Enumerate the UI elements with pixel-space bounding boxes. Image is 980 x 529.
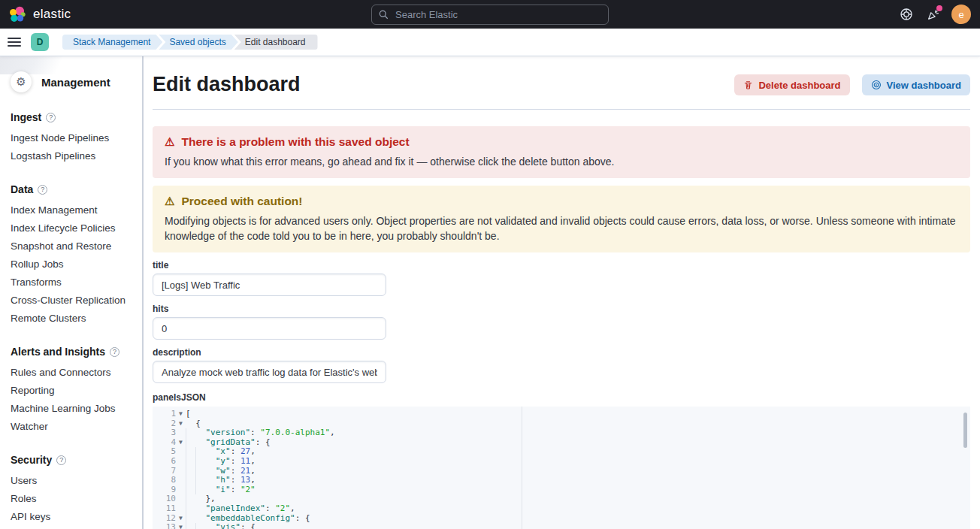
page-title: Edit dashboard [153,71,301,97]
sidebar-section-title: Ingest? [11,111,142,123]
elastic-logo-icon [9,6,26,23]
field-label-panelsjson: panelsJSON [153,392,970,403]
fold-arrow-icon[interactable]: ▼ [176,514,186,524]
error-callout-body: If you know what this error means, go ah… [165,154,958,169]
indent-guide [195,523,205,529]
search-input[interactable] [394,8,601,21]
sidebar-item-rollup-jobs[interactable]: Rollup Jobs [11,255,142,273]
field-label-title: title [153,260,970,271]
page-content: Edit dashboard Delete dashboard View das… [144,56,980,529]
trash-icon [743,80,753,90]
search-icon [379,10,389,20]
management-app-icon: ⚙ [11,71,32,92]
fold-arrow-icon[interactable]: ▼ [176,410,186,419]
sidebar-section-title: Data? [11,183,142,195]
editor-line: 12▼ "embeddableConfig": { [153,514,970,524]
sidebar-item-snapshot-and-restore[interactable]: Snapshot and Restore [11,237,142,255]
indent-guide [195,476,205,485]
section-help-icon[interactable]: ? [46,113,56,122]
sidebar-item-role-mappings[interactable]: Role Mappings [11,525,142,529]
top-header-bar: elastic e [0,0,980,29]
section-help-icon[interactable]: ? [110,347,119,357]
sidebar-item-watcher[interactable]: Watcher [11,417,142,435]
fold-arrow-icon[interactable]: ▼ [176,523,186,529]
user-avatar[interactable]: e [951,5,971,24]
editor-line: 4▼ "gridData": { [153,438,970,448]
space-avatar[interactable]: D [31,33,49,51]
sidebar-item-rules-and-connectors[interactable]: Rules and Connectors [11,363,142,381]
panels-json-editor[interactable]: 1▼[2▼ {3 "version": "7.0.0-alpha1",4▼ "g… [153,407,970,529]
fold-gutter [176,504,186,514]
fold-gutter [176,494,186,504]
line-number: 11 [153,504,176,514]
sidebar-section-title: Alerts and Insights? [11,346,142,358]
sidebar-item-users[interactable]: Users [11,471,142,489]
title-field[interactable] [153,274,386,296]
sidebar-section-title: Security? [11,454,142,466]
sidebar-item-reporting[interactable]: Reporting [11,381,142,399]
editor-line: 5 "x": 27, [153,447,970,457]
indent-guide [186,494,195,504]
field-label-description: description [153,347,970,358]
sidebar-item-roles[interactable]: Roles [11,489,142,507]
description-field[interactable] [153,361,386,383]
header-actions: e [899,5,971,24]
code-text: [ [186,410,191,419]
management-sidebar: ⚙ Management Ingest?Ingest Node Pipeline… [0,56,144,529]
breadcrumb-item-stack-management[interactable]: Stack Management [62,35,162,50]
sidebar-item-transforms[interactable]: Transforms [11,273,142,291]
delete-dashboard-button[interactable]: Delete dashboard [734,74,849,95]
indent-guide [186,457,195,467]
page-actions: Delete dashboard View dashboard [734,74,970,95]
warning-callout-title: ⚠ Proceed with caution! [165,195,958,208]
editor-line: 9 "i": "2" [153,485,970,495]
sidebar-item-logstash-pipelines[interactable]: Logstash Pipelines [11,147,142,165]
sidebar-item-api-keys[interactable]: API keys [11,507,142,525]
fold-gutter [176,476,186,485]
management-header: ⚙ Management [11,71,142,92]
editor-line: 1▼[ [153,410,970,419]
elastic-logo[interactable]: elastic [9,6,71,23]
breadcrumb-item-saved-objects[interactable]: Saved objects [159,35,237,50]
sidebar-item-index-management[interactable]: Index Management [11,201,142,219]
field-label-hits: hits [153,304,970,314]
fold-arrow-icon[interactable]: ▼ [176,438,186,448]
editor-scrollbar-thumb[interactable] [963,413,967,448]
sidebar-item-cross-cluster-replication[interactable]: Cross-Cluster Replication [11,291,142,309]
warning-callout-body: Modifying objects is for advanced users … [165,213,958,243]
sidebar-item-machine-learning-jobs[interactable]: Machine Learning Jobs [11,399,142,417]
breadcrumb-bar: D Stack ManagementSaved objectsEdit dash… [0,29,980,56]
fold-arrow-icon[interactable]: ▼ [176,419,186,429]
global-search-box[interactable] [371,5,609,25]
newsfeed-button[interactable] [925,7,940,22]
header-divider [153,109,970,110]
sidebar-item-ingest-node-pipelines[interactable]: Ingest Node Pipelines [11,128,142,147]
section-help-icon[interactable]: ? [38,185,47,195]
form-row-hits: hits [153,304,970,340]
sidebar-section-label: Alerts and Insights [11,346,105,358]
alert-icon: ⚠ [165,135,174,149]
sidebar-section-label: Security [11,454,52,466]
view-dashboard-button[interactable]: View dashboard [862,74,970,95]
breadcrumb-item-edit-dashboard: Edit dashboard [234,35,318,50]
help-button[interactable] [899,7,914,22]
editor-line: 8 "h": 13, [153,476,970,485]
sidebar-section-label: Ingest [11,111,41,123]
hits-field[interactable] [153,317,386,340]
code-text: "vis": { [186,523,256,529]
menu-toggle-button[interactable] [8,35,21,49]
indent-guide [186,428,195,438]
page-header: Edit dashboard Delete dashboard View das… [153,71,970,97]
notification-dot [936,5,942,11]
sidebar-item-remote-clusters[interactable]: Remote Clusters [11,309,142,327]
fold-gutter [176,428,186,438]
fold-gutter [176,467,186,476]
sidebar-item-index-lifecycle-policies[interactable]: Index Lifecycle Policies [11,219,142,237]
section-help-icon[interactable]: ? [56,455,66,465]
indent-guide [186,438,195,448]
line-number: 6 [153,457,176,467]
sidebar-section-alerts-and-insights: Alerts and Insights?Rules and Connectors… [11,346,142,435]
fold-gutter [176,447,186,457]
form-row-title: title [153,260,970,296]
sidebar-section-ingest: Ingest?Ingest Node PipelinesLogstash Pip… [11,111,142,165]
